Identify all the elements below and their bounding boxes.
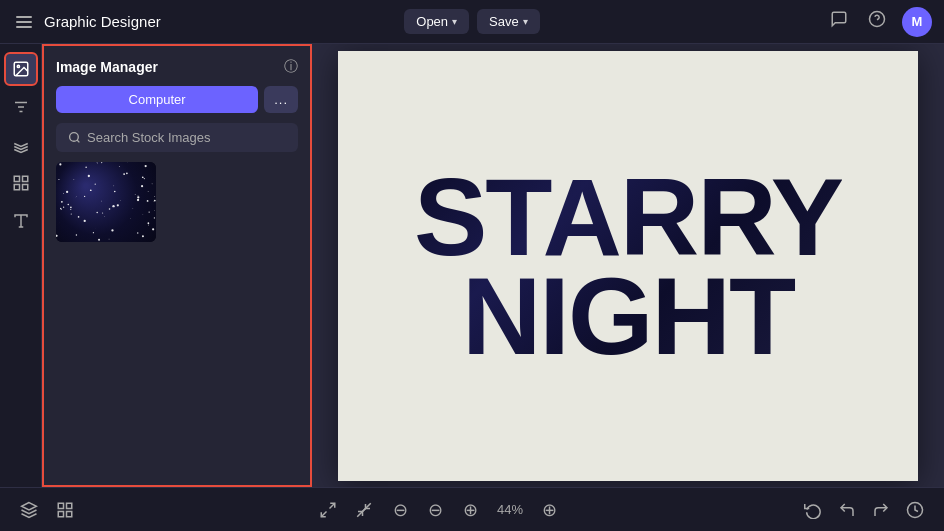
canvas-area: STARRY NIGHT [312, 44, 944, 487]
svg-line-23 [357, 508, 365, 516]
app-title: Graphic Designer [44, 13, 161, 30]
svg-rect-16 [58, 503, 63, 508]
zoom-in-button[interactable]: ⊕ [536, 497, 563, 523]
computer-button[interactable]: Computer [56, 86, 258, 113]
more-options-button[interactable]: ... [264, 86, 298, 113]
fit-button[interactable] [351, 497, 377, 523]
panel-buttons: Computer ... [56, 86, 298, 113]
info-icon[interactable]: ⓘ [284, 58, 298, 76]
chevron-down-icon: ▾ [523, 16, 528, 27]
image-manager-panel: Image Manager ⓘ Computer ... Search Stoc… [42, 44, 312, 487]
redo-button[interactable] [868, 497, 894, 523]
zoom-out-button[interactable]: ⊖ [387, 497, 414, 523]
sidebar-filters-button[interactable] [4, 90, 38, 124]
design-canvas: STARRY NIGHT [338, 51, 918, 481]
bottombar-center: ⊖ ⊖ ⊕ 44% ⊕ [315, 497, 563, 523]
icon-sidebar [0, 44, 42, 487]
zoom-minus-button[interactable]: ⊖ [422, 497, 449, 523]
sidebar-layers-button[interactable] [4, 128, 38, 162]
reset-button[interactable] [800, 497, 826, 523]
undo-button[interactable] [834, 497, 860, 523]
chat-icon-button[interactable] [826, 6, 852, 37]
panel-header: Image Manager ⓘ [56, 58, 298, 76]
bottombar: ⊖ ⊖ ⊕ 44% ⊕ [0, 487, 944, 531]
topbar-center: Open ▾ Save ▾ [404, 9, 539, 34]
canvas-text-starry: STARRY NIGHT [414, 167, 842, 365]
topbar: Graphic Designer Open ▾ Save ▾ M [0, 0, 944, 44]
zoom-plus-button[interactable]: ⊕ [457, 497, 484, 523]
svg-marker-15 [22, 502, 37, 510]
svg-rect-18 [67, 511, 72, 516]
svg-rect-8 [22, 176, 27, 181]
svg-point-3 [17, 65, 19, 67]
panel-title: Image Manager [56, 59, 158, 75]
help-icon-button[interactable] [864, 6, 890, 37]
svg-line-14 [77, 140, 79, 142]
svg-rect-10 [14, 185, 19, 190]
layers-bottom-button[interactable] [16, 497, 42, 523]
thumbnail-item[interactable] [56, 162, 156, 242]
topbar-left: Graphic Designer [12, 12, 404, 32]
canvas-viewport[interactable]: STARRY NIGHT [312, 44, 944, 487]
sidebar-images-button[interactable] [4, 52, 38, 86]
svg-rect-7 [14, 176, 19, 181]
grid-bottom-button[interactable] [52, 497, 78, 523]
svg-line-21 [321, 511, 326, 516]
svg-rect-17 [67, 503, 72, 508]
svg-rect-19 [58, 511, 63, 516]
history-button[interactable] [902, 497, 928, 523]
bottombar-right [800, 497, 928, 523]
sidebar-elements-button[interactable] [4, 166, 38, 200]
thumbnail-grid [56, 162, 298, 242]
search-icon [68, 131, 81, 144]
topbar-right: M [540, 6, 932, 37]
svg-line-20 [330, 503, 335, 508]
zoom-controls: ⊖ ⊖ ⊕ 44% ⊕ [387, 497, 563, 523]
main-content: Image Manager ⓘ Computer ... Search Stoc… [0, 44, 944, 487]
search-stock-button[interactable]: Search Stock Images [56, 123, 298, 152]
bottombar-left [16, 497, 78, 523]
chevron-down-icon: ▾ [452, 16, 457, 27]
expand-button[interactable] [315, 497, 341, 523]
thumbnail-canvas [56, 162, 156, 242]
svg-rect-9 [22, 185, 27, 190]
sidebar-text-button[interactable] [4, 204, 38, 238]
save-button[interactable]: Save ▾ [477, 9, 540, 34]
svg-point-13 [70, 133, 79, 142]
zoom-value: 44% [492, 502, 528, 517]
menu-icon[interactable] [12, 12, 36, 32]
open-button[interactable]: Open ▾ [404, 9, 469, 34]
avatar[interactable]: M [902, 7, 932, 37]
